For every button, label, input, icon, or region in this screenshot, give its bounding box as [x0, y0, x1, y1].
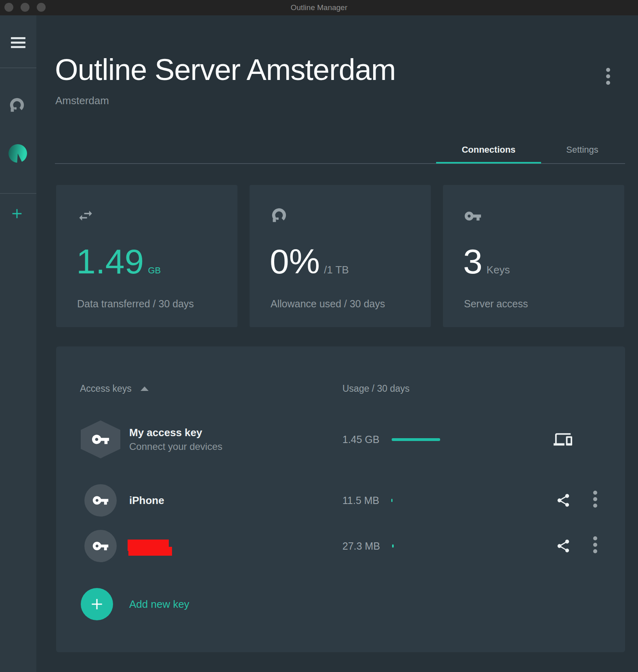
stat-card-data-transferred: 1.49 GB Data transferred / 30 days [56, 185, 237, 327]
menu-icon[interactable] [11, 37, 25, 48]
stat-unit: Keys [487, 264, 510, 276]
redaction-overlay [128, 530, 176, 562]
sidebar-divider [0, 67, 36, 68]
access-keys-header-label: Access keys [80, 383, 132, 394]
devices-icon[interactable] [554, 420, 572, 458]
server-icon-notch [8, 144, 27, 163]
stat-unit: GB [148, 265, 161, 276]
stat-value: 1.49 [76, 244, 144, 279]
key-menu-icon[interactable] [593, 530, 597, 562]
usage-bar [392, 438, 440, 441]
outline-manager-window: Outline Manager Outline Server Amsterdam… [0, 0, 638, 672]
usage-bar [392, 544, 394, 548]
tab-connections[interactable]: Connections [436, 136, 541, 163]
usage-header-label: Usage / 30 days [342, 380, 409, 397]
swap-arrows-icon [77, 207, 94, 226]
key-usage: 11.5 MB [342, 495, 379, 506]
add-new-key-label: Add new key [129, 588, 189, 620]
page-title: Outline Server Amsterdam [55, 55, 396, 85]
sort-ascending-icon [141, 386, 149, 391]
active-tab-indicator [436, 162, 541, 164]
share-icon[interactable] [556, 484, 571, 517]
stat-label: Data transferred / 30 days [77, 298, 194, 310]
main-content: Outline Server Amsterdam Amsterdam Conne… [36, 15, 638, 672]
stat-card-allowance: 0% /1 TB Allowance used / 30 days [250, 185, 431, 327]
tab-settings[interactable]: Settings [542, 136, 623, 163]
digitalocean-server-icon[interactable] [8, 97, 25, 114]
stat-label: Allowance used / 30 days [271, 298, 385, 310]
primary-key-icon [81, 420, 120, 458]
add-server-icon[interactable] [10, 207, 24, 220]
share-icon[interactable] [556, 530, 571, 562]
stat-value: 3 [463, 244, 483, 279]
add-new-key-button[interactable]: Add new key [56, 588, 625, 620]
plus-icon [81, 588, 113, 620]
stat-value: 0% [270, 244, 320, 279]
titlebar: Outline Manager [0, 0, 638, 16]
access-key-row[interactable]: 27.3 MB [56, 530, 625, 562]
key-icon [84, 484, 117, 517]
key-icon [464, 207, 482, 227]
table-header: Access keys Usage / 30 days [56, 380, 625, 397]
stat-unit: /1 TB [324, 264, 349, 276]
active-server-icon[interactable] [8, 144, 27, 163]
access-keys-sort-header[interactable]: Access keys [80, 380, 149, 397]
access-key-row[interactable]: iPhone 11.5 MB [56, 484, 625, 517]
access-key-row[interactable]: My access key Connect your devices 1.45 … [56, 420, 625, 458]
server-location: Amsterdam [55, 94, 109, 107]
digitalocean-icon [271, 207, 288, 226]
stat-label: Server access [464, 298, 528, 310]
sidebar-divider [0, 193, 36, 194]
stat-card-keys: 3 Keys Server access [443, 185, 624, 327]
key-name: My access key [129, 426, 222, 439]
key-icon [84, 530, 117, 562]
key-usage: 1.45 GB [342, 434, 380, 445]
key-name: iPhone [129, 494, 164, 507]
window-title: Outline Manager [0, 0, 638, 15]
sidebar [0, 15, 36, 672]
key-usage: 27.3 MB [342, 540, 380, 552]
access-keys-card: Access keys Usage / 30 days My access ke… [56, 346, 625, 652]
key-subtitle: Connect your devices [129, 441, 222, 453]
usage-bar [391, 499, 392, 502]
key-menu-icon[interactable] [593, 484, 597, 517]
server-menu-icon[interactable] [606, 68, 610, 87]
